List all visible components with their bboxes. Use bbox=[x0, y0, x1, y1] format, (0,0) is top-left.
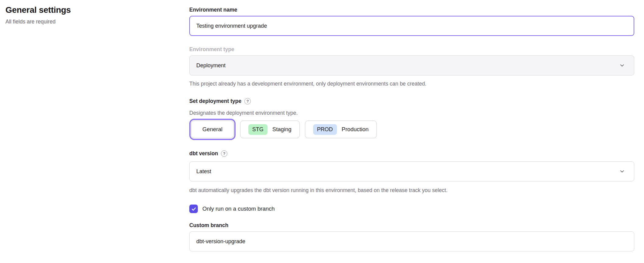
settings-form: Environment name Environment type Deploy… bbox=[189, 0, 634, 263]
environment-type-label: Environment type bbox=[189, 46, 634, 53]
dbt-version-label: dbt version bbox=[189, 150, 218, 157]
deployment-type-staging-label: Staging bbox=[272, 126, 292, 133]
page-title: General settings bbox=[5, 5, 189, 15]
environment-name-input[interactable] bbox=[189, 16, 634, 36]
deployment-type-label: Set deployment type bbox=[189, 97, 241, 105]
custom-branch-checkbox-label[interactable]: Only run on a custom branch bbox=[202, 205, 275, 212]
custom-branch-checkbox-row: Only run on a custom branch bbox=[189, 205, 634, 213]
custom-branch-checkbox[interactable] bbox=[189, 205, 198, 213]
help-icon[interactable]: ? bbox=[221, 150, 227, 157]
deployment-type-helper: Designates the deployment environment ty… bbox=[189, 110, 634, 116]
environment-name-label: Environment name bbox=[189, 6, 634, 13]
staging-badge: STG bbox=[248, 124, 268, 135]
dbt-version-value: Latest bbox=[196, 168, 211, 175]
deployment-type-production-button[interactable]: PROD Production bbox=[305, 121, 377, 138]
chevron-down-icon bbox=[619, 169, 625, 174]
deployment-type-production-label: Production bbox=[342, 126, 369, 133]
checkmark-icon bbox=[191, 206, 196, 212]
environment-type-helper: This project already has a development e… bbox=[189, 80, 634, 87]
dbt-version-label-row: dbt version ? bbox=[189, 150, 634, 157]
environment-type-select[interactable]: Deployment bbox=[189, 55, 634, 75]
environment-type-value: Deployment bbox=[196, 62, 226, 69]
deployment-type-general-button[interactable]: General bbox=[191, 121, 234, 138]
deployment-type-staging-button[interactable]: STG Staging bbox=[240, 121, 300, 138]
dbt-version-helper: dbt automatically upgrades the dbt versi… bbox=[189, 187, 634, 194]
deployment-type-label-row: Set deployment type ? bbox=[189, 97, 634, 105]
production-badge: PROD bbox=[313, 124, 337, 135]
help-icon[interactable]: ? bbox=[244, 98, 251, 104]
page-subtitle: All fields are required bbox=[5, 18, 189, 25]
general-settings-page: General settings All fields are required… bbox=[0, 0, 644, 263]
settings-header: General settings All fields are required bbox=[0, 0, 189, 263]
deployment-type-general-label: General bbox=[202, 126, 222, 133]
custom-branch-label: Custom branch bbox=[189, 222, 634, 229]
chevron-down-icon bbox=[619, 63, 625, 68]
dbt-version-select[interactable]: Latest bbox=[189, 161, 634, 181]
deployment-type-options: General STG Staging PROD Production bbox=[189, 121, 634, 138]
custom-branch-input[interactable] bbox=[189, 231, 634, 251]
